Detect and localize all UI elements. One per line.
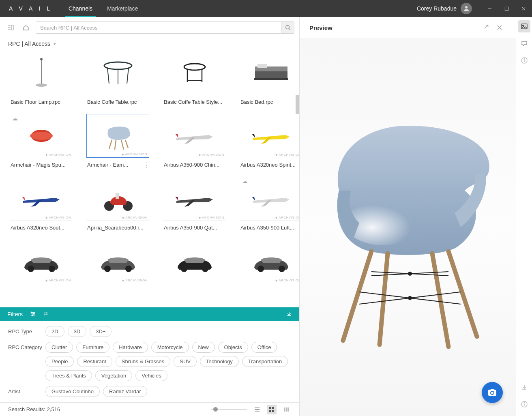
asset-card[interactable]: ARCHVISION☁Armchair - Magis Spu...	[10, 114, 73, 168]
asset-card[interactable]: ARCHVISIONAirbus A320neo Sout...	[10, 177, 73, 231]
window-minimize[interactable]	[481, 0, 498, 17]
filter-pill[interactable]: 3D+	[90, 326, 112, 337]
asset-thumbnail[interactable]	[163, 51, 226, 95]
nav-channels[interactable]: Channels	[61, 0, 100, 17]
filter-pill[interactable]: Hardware	[113, 342, 148, 353]
search-button[interactable]	[281, 22, 294, 33]
rail-download-icon[interactable]	[518, 381, 530, 393]
filter-pill[interactable]: Objects	[218, 342, 248, 353]
asset-thumbnail[interactable]: ARCHVISION	[10, 240, 73, 283]
watermark: ARCHVISION	[275, 153, 299, 157]
asset-card[interactable]: ARCHVISIONAirbus A320neo Spirit...	[240, 114, 299, 168]
asset-thumbnail[interactable]: ARCHVISION☁	[240, 177, 299, 221]
svg-point-14	[104, 62, 132, 69]
filter-pill[interactable]: SUV	[174, 356, 197, 367]
asset-thumbnail[interactable]: ARCHVISION	[163, 114, 226, 158]
asset-card[interactable]: ARCHVISIONAprilia_Scarabeo500.r...	[86, 177, 149, 231]
filter-pill[interactable]: Trees & Plants	[45, 370, 92, 381]
asset-card[interactable]: ARCHVISION	[86, 240, 149, 283]
preview-image[interactable]	[300, 38, 516, 416]
list-toggle-icon[interactable]	[5, 22, 16, 33]
asset-card[interactable]	[163, 240, 226, 283]
asset-card[interactable]: Basic Floor Lamp.rpc	[10, 51, 73, 105]
info-panel-icon[interactable]	[518, 54, 530, 66]
asset-card[interactable]: Basic Bed.rpc	[240, 51, 299, 105]
filter-pill[interactable]: Beetle	[213, 402, 240, 402]
filter-pill[interactable]: People	[45, 356, 74, 367]
asset-thumbnail[interactable]: ARCHVISION	[240, 240, 299, 283]
asset-thumbnail[interactable]	[86, 51, 149, 95]
asset-card[interactable]: ARCHVISION	[240, 240, 299, 283]
asset-card[interactable]: ARCHVISIONArmchair - Eam...⋮	[86, 114, 149, 168]
window-maximize[interactable]	[498, 0, 515, 17]
filter-pill[interactable]: Vehicles	[135, 370, 167, 381]
watermark: ARCHVISION	[122, 279, 148, 282]
asset-card[interactable]: Basic Coffe Table.rpc	[86, 51, 149, 105]
filter-settings-icon[interactable]	[30, 311, 36, 318]
camera-fab[interactable]	[482, 382, 503, 403]
asset-thumbnail[interactable]: ARCHVISION	[10, 177, 73, 221]
asset-title: Armchair - Magis Spu...	[10, 158, 73, 168]
search-input[interactable]	[36, 22, 281, 33]
svg-line-15	[107, 68, 109, 84]
asset-card[interactable]: ARCHVISION☁Airbus A350-900 Luft...	[240, 177, 299, 231]
watermark: ARCHVISION	[45, 216, 71, 219]
asset-thumbnail[interactable]: ARCHVISION	[86, 177, 149, 221]
asset-card[interactable]: Basic Coffe Table Style...	[163, 51, 226, 105]
filter-pill[interactable]: Automobile	[99, 402, 137, 402]
filter-pill[interactable]: Furniture	[76, 342, 109, 353]
asset-thumbnail[interactable]: ARCHVISION	[86, 240, 149, 283]
rail-info-icon[interactable]	[518, 398, 530, 410]
more-icon[interactable]: ⋮	[144, 161, 149, 168]
asset-card[interactable]: ARCHVISIONAirbus A350-900 Qat...	[163, 177, 226, 231]
filter-pill[interactable]: 3D	[68, 326, 87, 337]
asset-thumbnail[interactable]: ARCHVISION	[86, 114, 149, 158]
filter-pill[interactable]: Motorcycle	[151, 342, 189, 353]
filter-pill[interactable]: New	[192, 342, 215, 353]
filter-pill[interactable]: Transportation	[242, 356, 288, 367]
filter-pill[interactable]: Shrubs & Grasses	[116, 356, 171, 367]
filter-pill[interactable]: Bar & Restaurant Clutter	[140, 402, 210, 402]
asset-title: Basic Floor Lamp.rpc	[10, 95, 73, 105]
window-close[interactable]	[515, 0, 532, 17]
filter-pill[interactable]: Clutter	[45, 342, 73, 353]
nav-marketplace[interactable]: Marketplace	[100, 0, 145, 17]
asset-card[interactable]: ARCHVISIONAirbus A350-900 Chin...	[163, 114, 226, 168]
asset-thumbnail[interactable]: ARCHVISION	[240, 114, 299, 158]
asset-thumbnail[interactable]	[163, 240, 226, 283]
view-list-icon[interactable]	[252, 405, 262, 414]
filter-pill[interactable]: Binders	[243, 402, 273, 402]
home-icon[interactable]	[20, 22, 32, 33]
filter-pill[interactable]: Resturant	[77, 356, 112, 367]
svg-rect-51	[255, 407, 260, 408]
zoom-slider[interactable]	[211, 409, 247, 410]
filter-pill[interactable]: Technology	[200, 356, 239, 367]
view-columns-icon[interactable]	[281, 405, 291, 414]
view-grid-icon[interactable]	[267, 405, 277, 414]
asset-thumbnail[interactable]: ARCHVISION☁	[10, 114, 73, 158]
close-preview-icon[interactable]	[493, 21, 506, 34]
filters-label: Filters	[7, 311, 23, 317]
footer-bar: Search Results: 2,516	[0, 402, 299, 416]
flag-icon[interactable]	[43, 311, 49, 318]
asset-thumbnail[interactable]	[240, 51, 299, 95]
filter-pill[interactable]: Asian	[70, 402, 95, 402]
filter-pill[interactable]: Gustavo Coutinho	[45, 386, 100, 397]
share-icon[interactable]	[480, 21, 493, 34]
filter-pill[interactable]: Ramiz Vardar	[103, 386, 147, 397]
asset-thumbnail[interactable]: ARCHVISION	[163, 177, 226, 221]
breadcrumb[interactable]: RPC | All Access ▾	[0, 38, 299, 51]
asset-title: Airbus A320neo Spirit...	[240, 158, 299, 168]
filter-pill[interactable]: Office	[251, 342, 277, 353]
user-avatar[interactable]	[461, 3, 472, 14]
filter-pill[interactable]: Ash	[45, 402, 66, 402]
image-panel-icon[interactable]	[518, 20, 530, 32]
asset-title: Basic Bed.rpc	[240, 95, 299, 105]
asset-card[interactable]: ARCHVISION	[10, 240, 73, 283]
filters-bar: Filters	[0, 307, 299, 321]
download-icon[interactable]	[286, 311, 292, 318]
comment-panel-icon[interactable]	[518, 37, 530, 49]
asset-thumbnail[interactable]	[10, 51, 73, 95]
filter-pill[interactable]: Vegetation	[95, 370, 132, 381]
filter-pill[interactable]: 2D	[45, 326, 64, 337]
